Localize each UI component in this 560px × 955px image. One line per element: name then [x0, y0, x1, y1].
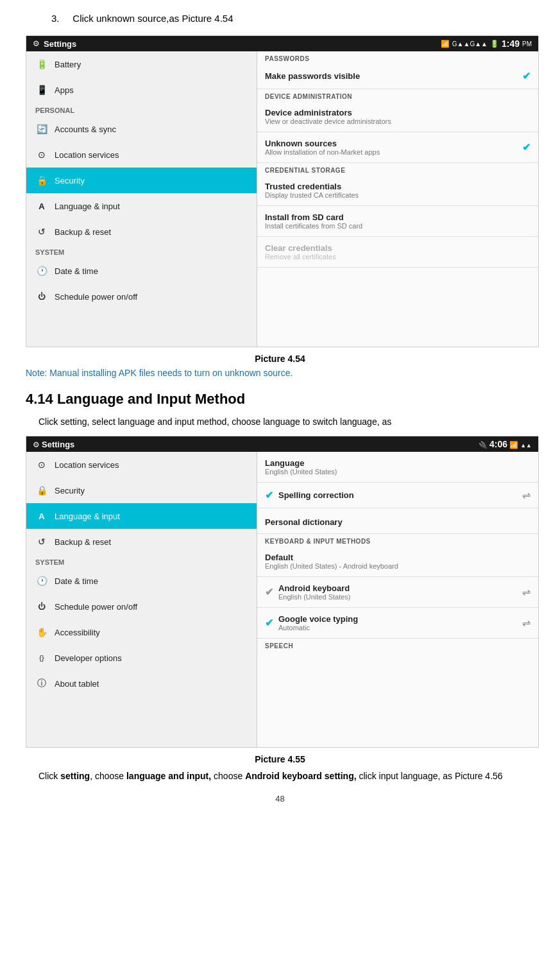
time-2: 4:06 [489, 439, 507, 449]
sidebar-item-security[interactable]: 🔒 Security [26, 168, 257, 193]
accessibility2-icon: ✋ [35, 626, 48, 639]
sidebar-item-backup[interactable]: ↺ Backup & reset [26, 219, 257, 245]
location-icon: ⊙ [35, 148, 48, 161]
sidebar2-item-backup[interactable]: ↺ Backup & reset [26, 529, 257, 555]
check-unknown-sources: ✔ [522, 141, 530, 153]
para-2: Click setting, choose language and input… [38, 771, 534, 781]
note-line: Note: Manual installing APK files needs … [26, 368, 534, 378]
settings-title-1: Settings [44, 39, 76, 49]
accounts-label: Accounts & sync [55, 125, 116, 134]
time-1: 1:49 [502, 39, 520, 49]
sidebar-item-schedule[interactable]: ⏻ Schedule power on/off [26, 284, 257, 309]
schedule-label: Schedule power on/off [55, 292, 137, 302]
para-1: Click setting, select language and input… [38, 417, 534, 427]
location2-label: Location services [55, 460, 119, 470]
sidebar2-item-about[interactable]: ⓘ About tablet [26, 671, 257, 696]
sidebar2-item-datetime[interactable]: 🕐 Date & time [26, 568, 257, 594]
right-item-google-voice[interactable]: ✔ Google voice typing Automatic ⇌ [257, 608, 538, 639]
right-item-unknown-sources[interactable]: Unknown sources Allow installation of no… [257, 132, 538, 163]
section-system-1: SYSTEM [26, 245, 257, 258]
language2-label: Language & input [55, 512, 120, 521]
right-item-default[interactable]: Default English (United States) - Androi… [257, 546, 538, 577]
security-label: Security [55, 176, 85, 185]
sidebar2-item-security[interactable]: 🔒 Security [26, 478, 257, 503]
backup2-icon: ↺ [35, 535, 48, 548]
right-panel-2: Language English (United States) ✔ Spell… [257, 452, 538, 747]
sidebar-item-location[interactable]: ⊙ Location services [26, 142, 257, 168]
bold-android-keyboard: Android keyboard setting, [245, 771, 356, 781]
sidebar-2: ⊙ Location services 🔒 Security A Languag… [26, 452, 257, 747]
right-item-clear-creds[interactable]: Clear credentials Remove all certificate… [257, 237, 538, 268]
check-google-voice: ✔ [265, 617, 273, 629]
battery-icon: 🔋 [490, 40, 499, 48]
bold-setting: setting [60, 771, 90, 781]
sidebar-item-apps[interactable]: 📱 Apps [26, 77, 257, 103]
right-item-spelling[interactable]: ✔ Spelling correction ⇌ [257, 483, 538, 508]
settings-icon-2: ⚙ [33, 440, 40, 449]
section-keyboard: KEYBOARD & INPUT METHODS [257, 534, 538, 546]
caption-454: Picture 4.54 [26, 354, 534, 364]
security-icon: 🔒 [35, 174, 48, 187]
battery-icon-side: 🔋 [35, 58, 48, 71]
tune-google-voice-icon[interactable]: ⇌ [522, 617, 530, 629]
screenshot-454: ⚙ Settings 📶 G▲▲G▲▲ 🔋 1:49 PM 🔋 Battery … [26, 35, 539, 347]
datetime-label: Date & time [55, 266, 98, 276]
language-icon: A [35, 200, 48, 212]
right-item-passwords-visible[interactable]: Make passwords visible ✔ [257, 64, 538, 89]
backup-icon: ↺ [35, 225, 48, 238]
location-label: Location services [55, 150, 119, 160]
language2-icon: A [35, 510, 48, 522]
sidebar-1: 🔋 Battery 📱 Apps PERSONAL 🔄 Accounts & s… [26, 51, 257, 347]
right-item-android-keyboard[interactable]: ✔ Android keyboard English (United State… [257, 577, 538, 608]
signal2-icon: ▲▲ [520, 442, 532, 449]
bold-language-input: language and input, [126, 771, 211, 781]
section-device-admin: DEVICE ADMINISTRATION [257, 89, 538, 101]
settings-icon-1: ⚙ [33, 39, 40, 48]
battery-label: Battery [55, 60, 81, 69]
accessibility2-label: Accessibility [55, 628, 100, 637]
status-bar-2: ⚙ Settings 🔌 4:06 📶 ▲▲ [26, 436, 538, 452]
about2-label: About tablet [55, 679, 99, 689]
apps-label: Apps [55, 85, 74, 95]
sidebar2-item-location[interactable]: ⊙ Location services [26, 452, 257, 478]
section-speech: SPEECH [257, 639, 538, 651]
check-android-keyboard: ✔ [265, 586, 273, 598]
caption-455: Picture 4.55 [26, 754, 534, 764]
right-item-personal-dict[interactable]: Personal dictionary [257, 511, 538, 534]
sidebar-item-language[interactable]: A Language & input [26, 193, 257, 219]
sidebar2-item-schedule[interactable]: ⏻ Schedule power on/off [26, 594, 257, 619]
right-item-trusted-creds[interactable]: Trusted credentials Display trusted CA c… [257, 175, 538, 206]
tune-android-keyboard-icon[interactable]: ⇌ [522, 586, 530, 598]
wifi-icon: 📶 [441, 40, 450, 48]
right-item-install-sd[interactable]: Install from SD card Install certificate… [257, 206, 538, 237]
schedule-icon: ⏻ [35, 290, 48, 303]
section-system-2: SYSTEM [26, 555, 257, 568]
security2-icon: 🔒 [35, 484, 48, 497]
developer2-icon: {} [35, 651, 48, 664]
accounts-icon: 🔄 [35, 123, 48, 135]
sidebar-item-datetime[interactable]: 🕐 Date & time [26, 258, 257, 284]
screen-body-1: 🔋 Battery 📱 Apps PERSONAL 🔄 Accounts & s… [26, 51, 538, 347]
apps-icon: 📱 [35, 83, 48, 96]
screen-body-2: ⊙ Location services 🔒 Security A Languag… [26, 452, 538, 747]
page-number: 48 [26, 794, 534, 804]
datetime2-icon: 🕐 [35, 574, 48, 587]
schedule2-label: Schedule power on/off [55, 602, 137, 612]
backup2-label: Backup & reset [55, 537, 111, 547]
sidebar2-item-developer[interactable]: {} Developer options [26, 645, 257, 671]
sidebar-item-accounts[interactable]: 🔄 Accounts & sync [26, 116, 257, 142]
section-credential: CREDENTIAL STORAGE [257, 163, 538, 175]
section-personal: PERSONAL [26, 103, 257, 116]
language-label: Language & input [55, 202, 120, 211]
developer2-label: Developer options [55, 653, 122, 663]
security2-label: Security [55, 486, 85, 495]
sidebar2-item-language[interactable]: A Language & input [26, 503, 257, 529]
right-item-language[interactable]: Language English (United States) [257, 452, 538, 483]
sidebar-item-battery[interactable]: 🔋 Battery [26, 51, 257, 77]
about2-icon: ⓘ [35, 677, 48, 690]
section-414-heading: 4.14 Language and Input Method [26, 391, 534, 408]
sidebar2-item-accessibility[interactable]: ✋ Accessibility [26, 619, 257, 645]
right-item-device-admin[interactable]: Device administrators View or deactivate… [257, 101, 538, 132]
tune-spelling-icon[interactable]: ⇌ [522, 489, 530, 501]
datetime-icon: 🕐 [35, 264, 48, 277]
